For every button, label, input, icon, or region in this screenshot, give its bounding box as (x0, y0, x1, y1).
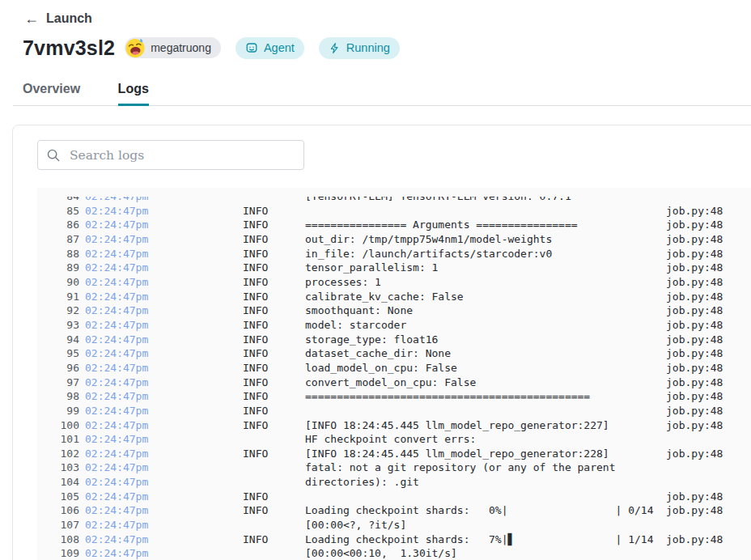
log-timestamp[interactable]: 02:24:47pm (85, 432, 148, 447)
log-timestamp[interactable]: 02:24:47pm (85, 546, 148, 560)
log-row: 99 02:24:47pm INFO job.py:48 (37, 404, 751, 418)
log-line-number: 100 (37, 418, 79, 433)
log-message: [INFO 18:24:45.445 llm_model_repo_genera… (305, 447, 609, 461)
log-row: 84 02:24:47pm [TensorRT-LLM] TensorRT-LL… (37, 197, 751, 204)
back-label[interactable]: Launch (46, 11, 92, 26)
log-level: INFO (243, 247, 268, 261)
log-timestamp[interactable]: 02:24:47pm (85, 404, 148, 418)
log-line-number: 107 (37, 518, 79, 532)
log-level: INFO (243, 275, 268, 290)
log-timestamp[interactable]: 02:24:47pm (85, 333, 148, 347)
log-timestamp[interactable]: 02:24:47pm (85, 475, 148, 490)
log-timestamp[interactable]: 02:24:47pm (85, 490, 148, 504)
log-level: INFO (243, 261, 268, 275)
log-viewer[interactable]: 84 02:24:47pm [TensorRT-LLM] TensorRT-LL… (37, 188, 751, 560)
status-badge-label: Running (346, 41, 390, 54)
log-row: 104 02:24:47pm directories): .git (37, 475, 751, 490)
log-timestamp[interactable]: 02:24:47pm (85, 532, 148, 547)
log-source: job.py:48 (666, 232, 723, 247)
log-message: [00:00<00:10, 1.30it/s] (305, 546, 457, 560)
log-timestamp[interactable]: 02:24:47pm (85, 518, 148, 532)
search-icon (46, 148, 61, 163)
back-link[interactable]: ← Launch (24, 11, 92, 26)
log-source: job.py:48 (666, 418, 723, 433)
log-row: 89 02:24:47pm INFO tensor_parallelism: 1… (37, 261, 751, 275)
log-source: job.py:48 (666, 261, 723, 275)
log-timestamp[interactable]: 02:24:47pm (85, 247, 148, 261)
log-source: job.py:48 (666, 361, 723, 375)
log-source: job.py:48 (666, 532, 723, 547)
log-message: Loading checkpoint shards: 0%| | 0/14 (305, 503, 653, 518)
tab-overview[interactable]: Overview (23, 82, 80, 105)
log-source: job.py:48 (666, 346, 723, 361)
owner-pill[interactable]: megatruong (125, 37, 221, 58)
log-timestamp[interactable]: 02:24:47pm (85, 275, 148, 290)
log-level: INFO (243, 318, 268, 333)
log-message: [INFO 18:24:45.445 llm_model_repo_genera… (305, 418, 609, 433)
log-message: dataset_cache_dir: None (305, 346, 451, 361)
log-row: 105 02:24:47pm INFO job.py:48 (37, 490, 751, 504)
log-timestamp[interactable]: 02:24:47pm (85, 447, 148, 461)
log-message: convert_model_on_cpu: False (305, 375, 476, 390)
log-line-number: 88 (37, 247, 79, 261)
log-line-number: 105 (37, 490, 79, 504)
log-timestamp[interactable]: 02:24:47pm (85, 290, 148, 304)
log-source: job.py:48 (666, 218, 723, 232)
log-row: 94 02:24:47pm INFO storage_type: float16… (37, 333, 751, 347)
log-level: INFO (243, 447, 268, 461)
log-line-number: 92 (37, 303, 79, 318)
log-message: fatal: not a git repository (or any of t… (305, 460, 616, 475)
log-timestamp[interactable]: 02:24:47pm (85, 346, 148, 361)
log-timestamp[interactable]: 02:24:47pm (85, 232, 148, 247)
log-message: calibrate_kv_cache: False (305, 290, 464, 304)
log-row: 102 02:24:47pm INFO [INFO 18:24:45.445 l… (37, 447, 751, 461)
log-message: Loading checkpoint shards: 7%|▋ | 1/14 (305, 532, 653, 547)
log-row: 109 02:24:47pm [00:00<00:10, 1.30it/s] (37, 546, 751, 560)
log-line-number: 95 (37, 346, 79, 361)
log-row: 92 02:24:47pm INFO smoothquant: None job… (37, 303, 751, 318)
log-timestamp[interactable]: 02:24:47pm (85, 303, 148, 318)
log-level: INFO (243, 290, 268, 304)
log-message: model: starcoder (305, 318, 406, 333)
log-line-number: 90 (37, 275, 79, 290)
log-timestamp[interactable]: 02:24:47pm (85, 503, 148, 518)
log-timestamp[interactable]: 02:24:47pm (85, 261, 148, 275)
log-row: 106 02:24:47pm INFO Loading checkpoint s… (37, 503, 751, 518)
log-timestamp[interactable]: 02:24:47pm (85, 418, 148, 433)
log-line-number: 84 (37, 197, 79, 204)
log-level: INFO (243, 204, 268, 218)
log-row: 87 02:24:47pm INFO out_dir: /tmp/tmpp75w… (37, 232, 751, 247)
log-line-number: 91 (37, 290, 79, 304)
log-level: INFO (243, 503, 268, 518)
log-timestamp[interactable]: 02:24:47pm (85, 389, 148, 404)
agent-badge: Agent (235, 37, 304, 59)
log-row: 95 02:24:47pm INFO dataset_cache_dir: No… (37, 346, 751, 361)
log-timestamp[interactable]: 02:24:47pm (85, 197, 148, 204)
log-timestamp[interactable]: 02:24:47pm (85, 460, 148, 475)
log-level: INFO (243, 218, 268, 232)
search-box[interactable] (37, 140, 304, 170)
log-message: out_dir: /tmp/tmpp75w4nm1/model-weights (305, 232, 552, 247)
back-arrow-icon[interactable]: ← (24, 11, 39, 26)
log-line-number: 97 (37, 375, 79, 390)
log-row: 98 02:24:47pm INFO =====================… (37, 389, 751, 404)
log-timestamp[interactable]: 02:24:47pm (85, 375, 148, 390)
log-timestamp[interactable]: 02:24:47pm (85, 318, 148, 333)
log-source: job.py:48 (666, 290, 723, 304)
log-row: 90 02:24:47pm INFO processes: 1 job.py:4… (37, 275, 751, 290)
log-message: [00:00<?, ?it/s] (305, 518, 406, 532)
log-level: INFO (243, 333, 268, 347)
log-source: job.py:48 (666, 404, 723, 418)
agent-icon (245, 41, 258, 54)
tab-logs[interactable]: Logs (118, 82, 149, 105)
log-timestamp[interactable]: 02:24:47pm (85, 204, 148, 218)
log-timestamp[interactable]: 02:24:47pm (85, 361, 148, 375)
log-level: INFO (243, 532, 268, 547)
log-level: INFO (243, 375, 268, 390)
log-timestamp[interactable]: 02:24:47pm (85, 218, 148, 232)
log-line-number: 109 (37, 546, 79, 560)
search-input[interactable] (68, 147, 295, 163)
log-line-number: 108 (37, 532, 79, 547)
log-message: HF checkpoint convert errs: (305, 432, 476, 447)
log-row: 96 02:24:47pm INFO load_model_on_cpu: Fa… (37, 361, 751, 375)
